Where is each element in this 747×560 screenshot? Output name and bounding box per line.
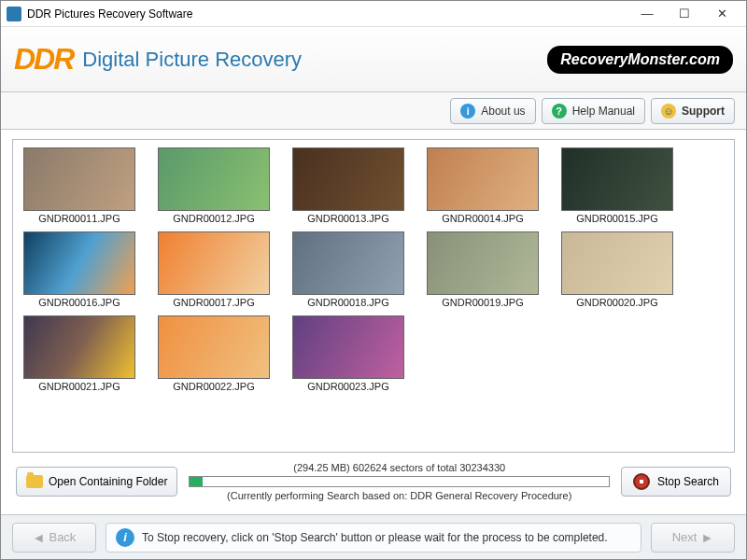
thumbnail-item[interactable]: GNDR00012.JPG	[155, 147, 273, 224]
about-label: About us	[481, 105, 525, 118]
progress-fill	[190, 477, 202, 486]
thumbnail-label: GNDR00022.JPG	[173, 381, 254, 392]
stop-label: Stop Search	[657, 475, 719, 488]
progress-center: (294.25 MB) 602624 sectors of total 3023…	[189, 462, 610, 501]
thumbnail-image	[292, 147, 404, 211]
thumbnail-image	[561, 147, 673, 211]
progress-row: Open Containing Folder (294.25 MB) 60262…	[12, 458, 735, 505]
thumbnail-item[interactable]: GNDR00011.JPG	[21, 147, 138, 224]
thumbnail-label: GNDR00017.JPG	[173, 297, 254, 308]
back-button[interactable]: ◄ Back	[12, 523, 96, 553]
open-folder-label: Open Containing Folder	[49, 475, 167, 488]
logo-mark: DDR	[14, 42, 73, 77]
footer: ◄ Back i To Stop recovery, click on 'Sto…	[1, 514, 746, 559]
thumbnail-item[interactable]: GNDR00018.JPG	[289, 231, 407, 308]
thumbnail-item[interactable]: GNDR00016.JPG	[21, 231, 138, 308]
thumbnail-image	[23, 231, 135, 295]
thumbnail-label: GNDR00015.JPG	[576, 213, 657, 224]
thumbnail-image	[561, 231, 673, 295]
thumbnail-image	[158, 231, 270, 295]
arrow-right-icon: ►	[700, 530, 713, 545]
thumbnail-label: GNDR00016.JPG	[38, 297, 120, 308]
toolbar: i About us ? Help Manual ☺ Support	[1, 92, 746, 130]
support-icon: ☺	[661, 104, 676, 119]
window-controls: — ☐ ✕	[628, 3, 740, 25]
help-icon: ?	[552, 104, 567, 119]
next-button[interactable]: Next ►	[651, 523, 735, 553]
thumbnail-item[interactable]: GNDR00023.JPG	[289, 315, 407, 392]
app-icon	[7, 7, 21, 21]
procedure-text: (Currently performing Search based on: D…	[227, 490, 571, 501]
thumbnail-image	[158, 315, 270, 379]
window-title: DDR Pictures Recovery Software	[27, 7, 628, 21]
thumbnail-gallery[interactable]: GNDR00011.JPGGNDR00012.JPGGNDR00013.JPGG…	[15, 142, 732, 450]
info-icon: i	[116, 528, 134, 547]
next-label: Next	[672, 530, 698, 544]
thumbnail-item[interactable]: GNDR00014.JPG	[424, 147, 542, 224]
stop-icon	[633, 473, 650, 490]
thumbnail-item[interactable]: GNDR00019.JPG	[424, 231, 542, 308]
thumbnail-label: GNDR00021.JPG	[38, 381, 120, 392]
info-icon: i	[460, 104, 475, 119]
logo: DDR Digital Picture Recovery	[14, 42, 302, 77]
thumbnail-image	[292, 315, 404, 379]
titlebar: DDR Pictures Recovery Software — ☐ ✕	[1, 1, 746, 27]
brand-badge: RecoveryMonster.com	[547, 46, 733, 74]
thumbnail-label: GNDR00011.JPG	[38, 213, 120, 224]
sectors-text: (294.25 MB) 602624 sectors of total 3023…	[293, 462, 505, 473]
help-label: Help Manual	[572, 105, 635, 118]
open-containing-folder-button[interactable]: Open Containing Folder	[16, 467, 177, 497]
thumbnail-item[interactable]: GNDR00022.JPG	[155, 315, 273, 392]
gallery-frame: GNDR00011.JPGGNDR00012.JPGGNDR00013.JPGG…	[12, 139, 735, 453]
app-title: Digital Picture Recovery	[82, 48, 302, 72]
about-button[interactable]: i About us	[450, 98, 535, 124]
help-manual-button[interactable]: ? Help Manual	[542, 98, 645, 124]
thumbnail-item[interactable]: GNDR00013.JPG	[289, 147, 407, 224]
minimize-button[interactable]: —	[628, 3, 666, 25]
thumbnail-image	[292, 231, 404, 295]
thumbnail-label: GNDR00013.JPG	[307, 213, 388, 224]
thumbnail-label: GNDR00012.JPG	[173, 213, 254, 224]
footer-text: To Stop recovery, click on 'Stop Search'…	[142, 531, 608, 544]
thumbnail-image	[427, 231, 539, 295]
thumbnail-label: GNDR00019.JPG	[442, 297, 523, 308]
progress-bar	[189, 476, 610, 487]
thumbnail-label: GNDR00018.JPG	[307, 297, 388, 308]
thumbnail-item[interactable]: GNDR00015.JPG	[558, 147, 676, 224]
stop-search-button[interactable]: Stop Search	[621, 467, 731, 497]
header: DDR Digital Picture Recovery RecoveryMon…	[1, 27, 746, 92]
thumbnail-item[interactable]: GNDR00020.JPG	[558, 231, 676, 308]
thumbnail-image	[158, 147, 270, 211]
thumbnail-label: GNDR00023.JPG	[307, 381, 388, 392]
thumbnail-item[interactable]: GNDR00017.JPG	[155, 231, 273, 308]
close-button[interactable]: ✕	[703, 3, 740, 25]
app-window: DDR Pictures Recovery Software — ☐ ✕ DDR…	[0, 0, 747, 560]
thumbnail-item[interactable]: GNDR00021.JPG	[21, 315, 138, 392]
footer-message: i To Stop recovery, click on 'Stop Searc…	[106, 523, 641, 553]
folder-icon	[26, 475, 43, 488]
thumbnail-image	[23, 315, 135, 379]
support-button[interactable]: ☺ Support	[651, 98, 735, 124]
back-label: Back	[49, 530, 76, 544]
thumbnail-image	[23, 147, 135, 211]
maximize-button[interactable]: ☐	[666, 3, 703, 25]
support-label: Support	[682, 105, 725, 118]
thumbnail-image	[427, 147, 539, 211]
thumbnail-label: GNDR00020.JPG	[576, 297, 657, 308]
thumbnail-label: GNDR00014.JPG	[442, 213, 523, 224]
arrow-left-icon: ◄	[33, 530, 46, 545]
content-area: GNDR00011.JPGGNDR00012.JPGGNDR00013.JPGG…	[1, 130, 746, 514]
